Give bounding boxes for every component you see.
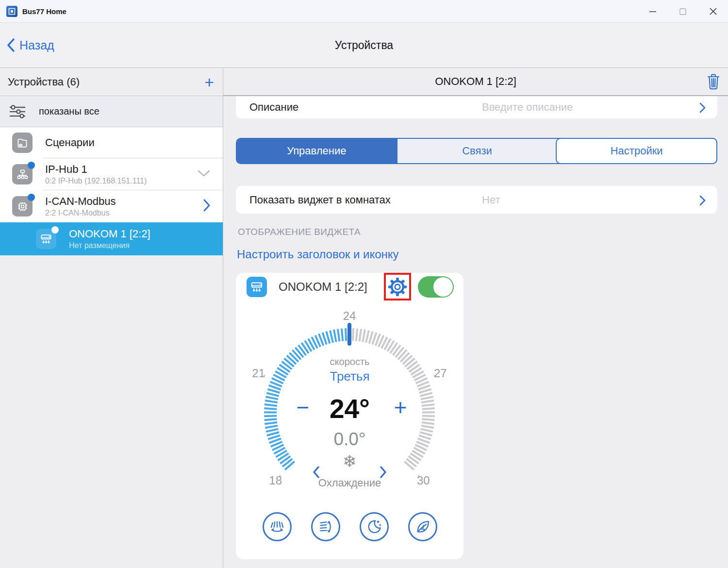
widget-preview-card: ONOKOM 1 [2:2] [236,273,463,559]
title-bar: Bus77 Home [0,0,728,23]
device-list: Сценарии IP-Hub 1 0:2 [0,127,223,255]
tab-control[interactable]: Управление [237,139,397,163]
sidebar-item-ican-modbus[interactable]: I-CAN-Modbus 2:2 I-CAN-Modbus [0,190,223,222]
show-widget-value: Нет [482,186,500,214]
app-logo-icon [6,6,17,17]
status-badge [51,226,59,234]
widget-buttons [236,512,463,541]
device-label: IP-Hub 1 [45,163,147,176]
page-header: Устройства Назад [0,23,728,67]
widget-toggle[interactable] [418,276,454,298]
show-widget-label: Показать виджет в комнатах [249,186,391,214]
tab-settings[interactable]: Настройки [556,138,717,164]
detail-title: ONOKOM 1 [2:2] [435,75,516,88]
svg-text:24: 24 [343,309,356,322]
sidebar-title: Устройства (6) [8,76,80,88]
widget-display-section-label: ОТОБРАЖЕНИЕ ВИДЖЕТА [238,227,717,237]
device-label: ONOKOM 1 [2:2] [69,228,150,240]
description-label: Описание [249,96,298,118]
window-title: Bus77 Home [22,7,66,16]
device-label: Сценарии [45,136,95,149]
swing-horizontal-button[interactable] [263,512,292,541]
chevron-right-icon[interactable] [203,199,210,214]
sidebar-filler [0,255,223,568]
close-button[interactable] [698,0,728,23]
folder-icon [12,133,33,153]
ac-unit-icon [247,277,267,297]
eco-mode-button[interactable] [408,512,437,541]
sidebar-item-scenarios[interactable]: Сценарии [0,127,223,158]
page-title: Устройства [0,39,728,52]
gear-icon[interactable] [387,277,408,297]
device-label: I-CAN-Modbus [45,195,116,208]
sidebar-item-ip-hub[interactable]: IP-Hub 1 0:2 IP-Hub (192.168.151.111) [0,158,223,190]
delete-device-button[interactable] [706,73,721,93]
swing-vertical-button[interactable] [311,512,340,541]
device-sublabel: 0:2 IP-Hub (192.168.151.111) [45,177,147,185]
status-badge [28,194,35,201]
status-badge [28,162,35,169]
widget-header: ONOKOM 1 [2:2] [247,273,454,301]
temp-plus-button[interactable]: + [390,396,411,418]
fan-speed-value[interactable]: Третья [236,369,463,384]
minimize-button[interactable] [638,0,668,23]
chevron-down-icon[interactable] [198,169,210,179]
current-temperature: 0.0° [236,429,463,450]
setpoint-temperature: 24° [236,393,463,424]
sidebar-header: Устройства (6) + [0,68,223,96]
toggle-knob [433,277,453,297]
gear-annotation-box [384,273,411,301]
tab-bar: Управление Связи Настройки [236,138,717,164]
filter-row[interactable]: показаны все [0,96,223,127]
fan-speed-label: скорость [236,356,463,368]
device-detail-panel: ONOKOM 1 [2:2] Описание Введите описание [223,68,728,568]
configure-title-icon-link[interactable]: Настроить заголовок и иконку [237,248,399,261]
add-device-button[interactable]: + [204,74,214,90]
snowflake-icon: ❄ [236,451,463,471]
widget-title: ONOKOM 1 [2:2] [279,280,367,294]
ac-unit-icon [36,229,56,249]
chevron-right-icon [699,195,706,208]
filter-label: показаны все [39,106,99,117]
chevron-right-icon [699,102,706,115]
device-sidebar: Устройства (6) + показаны все [0,68,223,568]
detail-header: ONOKOM 1 [2:2] [223,68,728,96]
device-sublabel: Нет размещения [69,241,150,250]
mode-label: Охлаждение [236,477,463,489]
show-widget-row[interactable]: Показать виджет в комнатах Нет [236,186,717,214]
chip-icon [12,196,33,217]
detail-content: Описание Введите описание Управление Свя… [223,96,728,559]
hub-icon [12,164,33,184]
sidebar-item-onokom[interactable]: ONOKOM 1 [2:2] Нет размещения [0,222,223,255]
description-row[interactable]: Описание Введите описание [236,96,717,118]
maximize-button[interactable] [668,0,698,23]
night-mode-button[interactable] [360,512,389,541]
tab-links[interactable]: Связи [397,139,557,163]
filter-sliders-icon [9,104,26,119]
description-placeholder: Введите описание [482,96,573,118]
device-sublabel: 2:2 I-CAN-Modbus [45,209,116,217]
